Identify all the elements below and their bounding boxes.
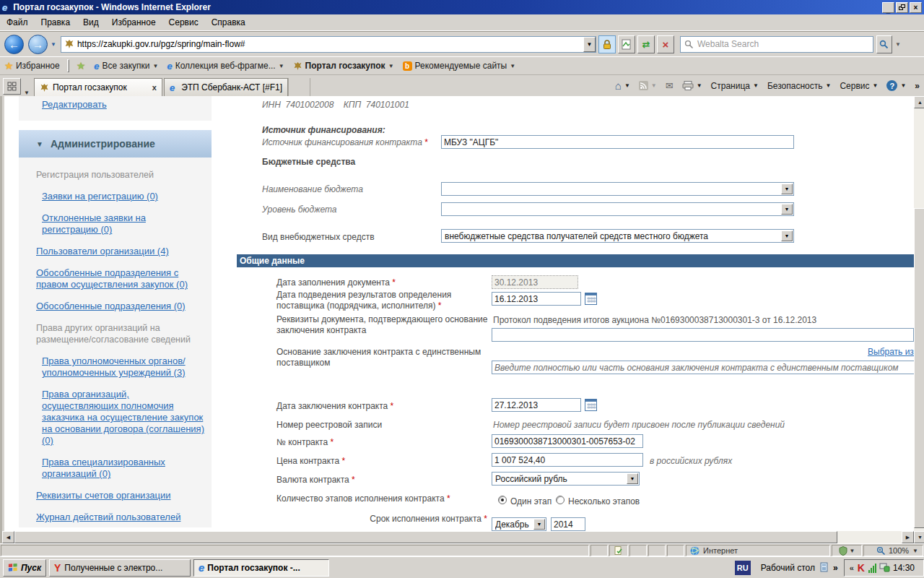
protected-mode-panel[interactable]: ▼ <box>832 545 862 556</box>
menu-file[interactable]: Файл <box>0 15 35 30</box>
tab-list-dropdown[interactable]: ▼ <box>24 90 30 96</box>
back-button[interactable]: ← <box>4 35 24 54</box>
sidebar-item-authorized-bodies-rights[interactable]: Права уполномоченных органов/ уполномоче… <box>42 355 204 379</box>
currency-select[interactable]: Российский рубль▼ <box>492 472 640 486</box>
scroll-down-button[interactable]: ▼ <box>914 531 924 543</box>
page-menu-button[interactable]: Страница▼ <box>707 81 763 91</box>
term-year-input[interactable] <box>551 517 585 531</box>
vertical-scrollbar[interactable]: ▲ ▼ <box>914 96 924 543</box>
chevron-down-icon[interactable]: ▼ <box>627 473 638 484</box>
kaspersky-tray-icon[interactable]: K <box>858 562 865 574</box>
recent-pages-dropdown[interactable]: ▼ <box>51 41 56 48</box>
single-supplier-input[interactable] <box>492 361 914 374</box>
chevron-down-icon[interactable]: ▼ <box>781 230 793 241</box>
calendar-button[interactable] <box>584 398 598 412</box>
menu-edit[interactable]: Правка <box>35 15 77 30</box>
favorite-item-web-slices[interactable]: e Коллекция веб-фрагме...▼ <box>162 59 288 73</box>
address-dropdown[interactable]: ▼ <box>583 37 596 52</box>
network-status-tray-icon[interactable] <box>879 563 890 572</box>
chevron-down-icon[interactable]: ▼ <box>781 204 793 215</box>
read-mail-button[interactable]: ✉ <box>661 80 678 91</box>
contract-number-input[interactable] <box>492 434 643 448</box>
help-menu-button[interactable]: ? ▼ <box>882 80 910 91</box>
sidebar-item-subdivisions[interactable]: Обособленные подразделения (0) <box>36 301 204 312</box>
doc-details-input[interactable] <box>492 328 914 342</box>
add-favorite-button[interactable]: ★ <box>72 59 90 73</box>
contract-date-input[interactable] <box>492 398 581 412</box>
task-mail-window[interactable]: Y Полученные с электро... <box>49 559 191 577</box>
stage-one-label[interactable]: Один этап <box>510 496 552 506</box>
clock[interactable]: 14:30 <box>893 563 915 573</box>
stage-many-radio[interactable] <box>556 496 565 504</box>
stage-one-radio[interactable] <box>498 496 507 504</box>
search-go-button[interactable] <box>876 35 892 53</box>
refresh-button[interactable]: ⇄ <box>637 35 655 53</box>
menu-favorites[interactable]: Избранное <box>105 15 162 30</box>
price-input[interactable] <box>492 453 643 467</box>
tab-portal[interactable]: Портал госзакупок x <box>34 78 162 96</box>
feeds-button[interactable]: ▼ <box>635 81 661 90</box>
task-portal-window[interactable]: e Портал госзакупок -... <box>193 559 329 577</box>
scroll-up-button[interactable]: ▲ <box>914 96 924 108</box>
safety-menu-button[interactable]: Безопасность▼ <box>763 81 835 91</box>
toolbar-chevron[interactable]: » <box>833 563 838 573</box>
tab-sberbank-ast[interactable]: e ЭТП Сбербанк-АСТ [#F1] <box>164 78 288 96</box>
tab-close-icon[interactable]: x <box>152 83 157 92</box>
minimize-button[interactable]: _ <box>882 2 894 13</box>
sidebar-section-administration[interactable]: ▼ Администрирование <box>19 130 212 158</box>
budget-name-select[interactable]: ▼ <box>441 182 794 196</box>
extrabudget-select[interactable]: внебюджетные средства получателей средст… <box>441 229 794 243</box>
stop-button[interactable]: × <box>657 35 674 53</box>
favorite-item-zakupki[interactable]: e Все закупки▼ <box>90 59 162 73</box>
term-month-select[interactable]: Декабрь▼ <box>492 517 546 531</box>
sidebar-edit-link[interactable]: Редактировать <box>42 99 212 111</box>
sidebar-item-customer-authority-rights[interactable]: Права организаций, осуществляющих полном… <box>42 389 204 447</box>
network-signal-icon[interactable] <box>868 563 877 573</box>
quick-tabs-button[interactable] <box>3 78 21 95</box>
menu-view[interactable]: Вид <box>77 15 105 30</box>
forward-button[interactable]: → <box>28 35 48 54</box>
stage-many-label[interactable]: Несколько этапов <box>568 496 640 506</box>
sidebar-item-registration-requests[interactable]: Заявки на регистрацию (0) <box>42 191 204 202</box>
scroll-right-button[interactable]: ▶ <box>902 531 914 543</box>
zoom-control-panel[interactable]: 100% ▼ <box>863 545 923 556</box>
search-options-dropdown[interactable]: ▼ <box>895 41 901 48</box>
sidebar-edit-box: Редактировать <box>19 96 212 121</box>
horizontal-scrollbar[interactable]: ◀ ▶ <box>2 531 914 543</box>
finance-source-input[interactable] <box>441 135 794 149</box>
print-button[interactable]: ▼ <box>678 81 707 90</box>
security-lock-button[interactable] <box>598 35 616 53</box>
start-button[interactable]: Пуск <box>3 559 46 577</box>
chevron-down-icon[interactable]: ▼ <box>781 184 793 194</box>
menu-tools[interactable]: Сервис <box>162 15 205 30</box>
horizontal-scroll-thumb[interactable] <box>14 531 837 543</box>
scroll-left-button[interactable]: ◀ <box>2 531 14 543</box>
toolbar-overflow-chevron[interactable]: » <box>910 81 924 91</box>
page-preview-button[interactable] <box>618 35 635 53</box>
budget-level-select[interactable]: ▼ <box>441 202 794 216</box>
sidebar-item-rejected-requests[interactable]: Отклоненные заявки на регистрацию (0) <box>42 212 204 236</box>
close-button[interactable]: × <box>910 2 922 13</box>
sidebar-item-organization-users[interactable]: Пользователи организации (4) <box>36 246 204 257</box>
sidebar-item-subdivisions-with-rights[interactable]: Обособленные подразделения с правом осущ… <box>36 267 204 290</box>
chevron-down-icon[interactable]: ▼ <box>533 519 545 530</box>
sidebar-item-specialized-org-rights[interactable]: Права специализированных организаций (0) <box>42 457 204 480</box>
menu-help[interactable]: Справка <box>205 15 252 30</box>
result-date-input[interactable] <box>492 292 581 306</box>
choose-from-list-link[interactable]: Выбрать из сп <box>868 347 914 357</box>
home-button[interactable]: ⌂▼ <box>611 79 635 92</box>
calendar-button[interactable] <box>584 292 598 306</box>
favorite-item-suggested-sites[interactable]: b Рекомендуемые сайты▼ <box>398 59 520 72</box>
tray-collapse-chevron[interactable]: « <box>850 564 854 572</box>
sidebar-item-account-details[interactable]: Реквизиты счетов организации <box>36 490 204 501</box>
restore-button[interactable] <box>896 2 908 13</box>
favorite-item-portal[interactable]: Портал госзакупок▼ <box>289 59 398 72</box>
search-box[interactable]: Webalta Search <box>680 36 873 53</box>
sidebar-item-user-action-log[interactable]: Журнал действий пользователей <box>36 512 204 523</box>
tools-menu-button[interactable]: Сервис▼ <box>835 81 882 91</box>
address-bar[interactable]: https://zakupki.gov.ru/pgz/spring/main-f… <box>61 36 596 53</box>
language-indicator[interactable]: RU <box>735 561 751 575</box>
desktop-toolbar-label[interactable]: Рабочий стол <box>761 563 815 573</box>
vertical-scroll-thumb[interactable] <box>914 208 924 528</box>
favorites-center-button[interactable]: ★ Избранное <box>0 59 64 73</box>
